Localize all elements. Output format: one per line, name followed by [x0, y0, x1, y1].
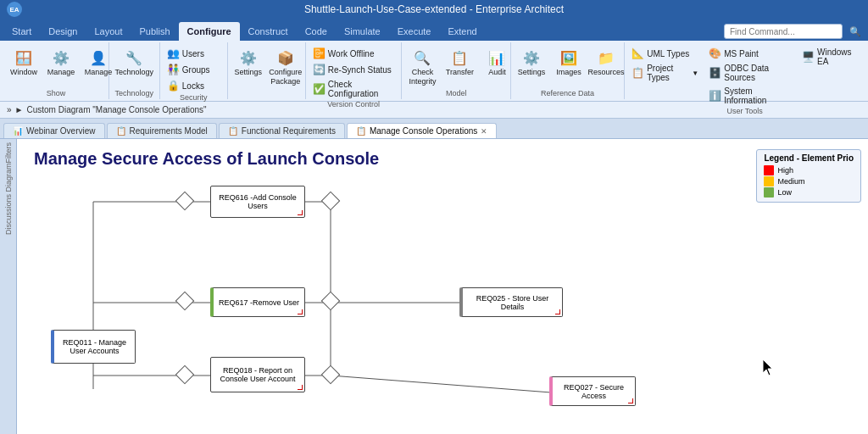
tab-design[interactable]: Design: [40, 22, 86, 41]
diagram-title: Manage Secure Access of Launch Console: [34, 149, 379, 169]
groups-button[interactable]: 👫 Groups: [164, 62, 224, 77]
legend-color-high: [764, 165, 774, 175]
corner-req617: [298, 309, 303, 314]
diagram-connections: [17, 139, 868, 434]
window-button[interactable]: 🪟 Window: [7, 46, 41, 79]
breadcrumb: Custom Diagram "Manage Console Operation…: [26, 105, 206, 114]
node-req027[interactable]: REQ027 - Secure Access: [549, 376, 636, 406]
sys-info-button[interactable]: ℹ️ System Information: [705, 85, 795, 107]
window-icon: 🪟: [14, 47, 34, 68]
ms-paint-button[interactable]: 🎨 MS Paint: [705, 46, 795, 61]
diamond-left-top: [175, 192, 195, 211]
node-req011[interactable]: REQ011 - Manage User Accounts: [51, 330, 136, 364]
tab-configure[interactable]: Configure: [179, 22, 240, 41]
doc-tab-webinar[interactable]: 📊 Webinar Overview: [3, 123, 105, 138]
find-command-input[interactable]: [724, 24, 843, 39]
corner-req616: [298, 210, 303, 215]
uml-types-button[interactable]: 📐 UML Types: [628, 46, 702, 61]
ms-paint-icon: 🎨: [709, 47, 721, 59]
ribbon-group-technology: 🔧 Technology Technology: [109, 42, 160, 99]
project-types-button[interactable]: 📋 Project Types ▼: [628, 62, 702, 84]
tab-start[interactable]: Start: [3, 22, 40, 41]
node-req018[interactable]: REQ018 - Report on Console User Account: [210, 357, 305, 392]
check-config-button[interactable]: ✅ Check Configuration: [309, 78, 398, 100]
tab-extend[interactable]: Extend: [439, 22, 485, 41]
app-icon: EA: [7, 2, 22, 17]
title-bar: EA Shuttle-Launch-Use-Case-extended - En…: [0, 0, 868, 19]
ref-settings-icon: ⚙️: [521, 47, 542, 68]
technology-icon: 🔧: [124, 47, 144, 68]
ref-settings-button[interactable]: ⚙️ Settings: [515, 46, 548, 79]
node-req616[interactable]: REQ616 -Add Console Users: [210, 186, 305, 218]
check-integrity-icon: 🔍: [412, 47, 432, 68]
diamond-right-mid: [321, 292, 341, 311]
side-panel-left: DiagramFilters Discussions: [0, 139, 17, 434]
doc-tab-manage-console[interactable]: 📋 Manage Console Operations ✕: [347, 123, 497, 138]
legend-color-medium: [764, 176, 774, 186]
diagram-canvas[interactable]: Manage Secure Access of Launch Console: [17, 139, 868, 434]
resources-icon: 📁: [596, 47, 616, 68]
window-title: Shuttle-Launch-Use-Case-extended - Enter…: [304, 3, 564, 15]
tab-simulate[interactable]: Simulate: [336, 22, 389, 41]
windows-ea-button[interactable]: 🖥️ Windows EA: [798, 46, 861, 68]
svg-marker-15: [763, 359, 772, 376]
images-icon: 🖼️: [559, 47, 579, 68]
corner-req025: [555, 309, 560, 314]
settings-button[interactable]: ⚙️ Settings: [231, 46, 265, 79]
odbc-button[interactable]: 🗄️ ODBC Data Sources: [705, 62, 795, 84]
ribbon-group-show: 🪟 Window ⚙️ Manage 👤 Manage Show: [3, 42, 109, 99]
transfer-button[interactable]: 📋 Transfer: [442, 46, 476, 79]
doc-tab-requirements[interactable]: 📋 Requirements Model: [107, 123, 217, 138]
ribbon-group-model: 🔍 Check Integrity 📋 Transfer 📊 Audit Mod…: [402, 42, 511, 99]
resources-button[interactable]: 📁 Resources: [589, 46, 623, 79]
diamond-left-bottom: [175, 365, 195, 385]
transfer-icon: 📋: [449, 47, 470, 68]
tab-construct[interactable]: Construct: [240, 22, 297, 41]
audit-icon: 📊: [487, 47, 507, 68]
ribbon-content: 🪟 Window ⚙️ Manage 👤 Manage Show 🔧 Techn…: [0, 41, 868, 102]
tab-publish[interactable]: Publish: [131, 22, 179, 41]
diamond-right-bottom: [321, 365, 341, 385]
configure-package-icon: 📦: [275, 47, 296, 68]
ribbon-tab-bar: Start Design Layout Publish Configure Co…: [0, 19, 868, 41]
manage-button-1[interactable]: ⚙️ Manage: [44, 46, 78, 79]
doc-tab-close-button[interactable]: ✕: [481, 127, 487, 136]
re-synch-button[interactable]: 🔄 Re-Synch Status: [309, 62, 398, 77]
images-button[interactable]: 🖼️ Images: [552, 46, 586, 79]
diagram-filters-label: DiagramFilters: [4, 142, 13, 192]
legend-color-low: [764, 187, 774, 198]
main-area: DiagramFilters Discussions Manage Secure…: [0, 139, 868, 434]
locks-button[interactable]: 🔒 Locks: [164, 78, 224, 93]
groups-icon: 👫: [167, 64, 180, 75]
svg-line-14: [331, 376, 551, 392]
locks-icon: 🔒: [167, 80, 180, 92]
project-types-dropdown-icon: ▼: [692, 70, 698, 77]
tab-layout[interactable]: Layout: [86, 22, 131, 41]
tab-execute[interactable]: Execute: [389, 22, 440, 41]
configure-package-button[interactable]: 📦 Configure Package: [269, 46, 303, 88]
doc-tab-icon-1: 📊: [13, 126, 23, 136]
settings-icon: ⚙️: [238, 47, 259, 68]
tab-code[interactable]: Code: [297, 22, 336, 41]
node-req617[interactable]: REQ617 -Remove User: [210, 287, 305, 317]
ribbon-group-security: 👥 Users 👫 Groups 🔒 Locks Security: [160, 42, 228, 99]
doc-tab-functional[interactable]: 📋 Functional Requirements: [219, 123, 345, 138]
audit-button[interactable]: 📊 Audit: [480, 46, 514, 79]
diamond-left-mid: [175, 292, 195, 311]
work-offline-button[interactable]: 📴 Work Offline: [309, 46, 398, 61]
ribbon-group-user-tools: 📐 UML Types 📋 Project Types ▼ 🎨 MS Paint…: [625, 42, 865, 99]
check-integrity-button[interactable]: 🔍 Check Integrity: [405, 46, 439, 88]
path-arrow-1: »: [7, 105, 12, 114]
check-config-icon: ✅: [313, 83, 326, 95]
manage-icon-2: 👤: [88, 47, 108, 68]
node-req025[interactable]: REQ025 - Store User Details: [459, 287, 563, 317]
diamond-right-top: [321, 192, 341, 211]
re-synch-icon: 🔄: [313, 64, 326, 75]
uml-types-icon: 📐: [632, 47, 644, 59]
work-offline-icon: 📴: [313, 47, 326, 59]
users-button[interactable]: 👥 Users: [164, 46, 224, 61]
users-icon: 👥: [167, 47, 180, 59]
legend-item-high: High: [764, 165, 854, 175]
sys-info-icon: ℹ️: [709, 90, 721, 102]
technology-button[interactable]: 🔧 Technology: [113, 46, 156, 79]
